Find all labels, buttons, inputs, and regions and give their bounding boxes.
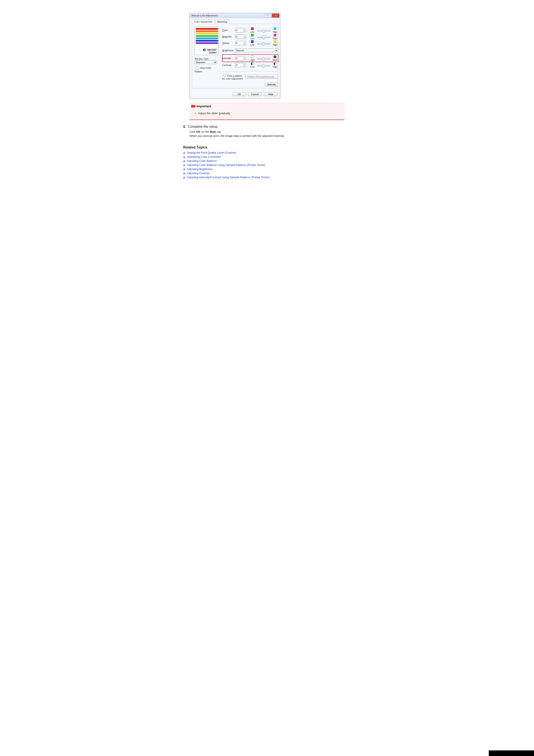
preview-text-2: 1234567 <box>196 51 217 54</box>
cyan-low-swatch <box>251 27 254 30</box>
contrast-spinner[interactable]: ▲▼ <box>243 63 246 67</box>
brightness-select[interactable]: Normal <box>235 49 278 52</box>
contrast-low-label: Low <box>249 66 256 68</box>
yellow-value[interactable] <box>235 41 243 45</box>
pattern-print-checkbox[interactable]: Print a pattern for color adjustment <box>222 73 245 80</box>
cancel-button[interactable]: Cancel <box>248 92 262 96</box>
magenta-label: Magenta: <box>222 35 235 38</box>
step-number: 4. <box>183 125 186 128</box>
intensity-slider[interactable] <box>257 57 270 60</box>
sample-type-label: Sample Type: <box>195 58 218 60</box>
magenta-low-swatch <box>251 34 254 37</box>
magenta-low-label: Low <box>249 37 256 40</box>
manual-color-adjustment-dialog: Manual Color Adjustment ? ✕ Color Adjust… <box>190 13 280 98</box>
contrast-label: Contrast: <box>222 64 235 67</box>
intensity-dark-icon <box>273 55 276 58</box>
yellow-slider[interactable] <box>257 41 270 44</box>
related-link[interactable]: Specifying Color Correction <box>183 155 344 158</box>
step-title: Complete the setup <box>188 125 218 128</box>
magenta-high-label: High <box>272 37 278 40</box>
important-item: Adjust the slider gradually. <box>198 112 343 115</box>
related-link[interactable]: Setting the Print Quality Level (Custom) <box>183 151 344 154</box>
step-4: 4. Complete the setup Click OK on the Ma… <box>183 125 344 138</box>
cyan-spinner[interactable]: ▲▼ <box>243 28 246 32</box>
related-link[interactable]: Adjusting Intensity/Contrast Using Sampl… <box>183 176 344 179</box>
intensity-high-label: Dark <box>272 59 278 61</box>
preview-text-1: ABCDEF <box>207 48 217 51</box>
cyan-value[interactable] <box>235 28 243 32</box>
view-color-pattern-checkbox[interactable]: View Color Pattern <box>195 67 211 73</box>
cyan-low-label: Low <box>249 31 256 33</box>
ok-button[interactable]: OK <box>232 92 246 96</box>
step-line-2: When you execute print, the image data i… <box>190 134 344 138</box>
step-line-1: Click OK on the Main tab. <box>190 130 344 134</box>
related-link[interactable]: Adjusting Brightness <box>183 168 344 171</box>
important-icon <box>191 104 195 108</box>
dialog-titlebar: Manual Color Adjustment ? ✕ <box>190 13 280 18</box>
contrast-high-label: High <box>272 66 278 68</box>
related-link[interactable]: Adjusting Contrast <box>183 172 344 175</box>
magenta-value[interactable] <box>235 35 243 39</box>
magenta-spinner[interactable]: ▲▼ <box>243 35 246 39</box>
yellow-spinner[interactable]: ▲▼ <box>243 41 246 45</box>
intensity-label: Intensity: <box>222 57 235 60</box>
cyan-high-label: High <box>272 31 278 33</box>
intensity-light-icon <box>251 55 254 58</box>
tab-color-adjustment[interactable]: Color Adjustment <box>192 20 215 24</box>
help-button[interactable]: Help <box>264 92 278 96</box>
important-heading: Important <box>196 104 211 108</box>
related-heading: Related Topics <box>183 146 344 149</box>
dialog-buttons: OK Cancel Help <box>190 91 280 98</box>
yellow-label: Yellow: <box>222 42 235 44</box>
magenta-slider[interactable] <box>257 35 270 38</box>
contrast-value[interactable] <box>235 63 243 67</box>
defaults-button[interactable]: Defaults <box>265 83 278 86</box>
important-note: Important Adjust the slider gradually. <box>190 103 344 120</box>
preview-image: ABCDEF 1234567 <box>195 27 218 55</box>
close-icon[interactable]: ✕ <box>272 14 279 17</box>
brightness-label: Brightness: <box>222 49 235 52</box>
cyan-slider[interactable] <box>257 29 270 32</box>
intensity-low-label: Light <box>249 59 256 61</box>
colorwheel-icon <box>203 48 206 51</box>
intensity-spinner[interactable]: ▲▼ <box>243 56 246 60</box>
dialog-title: Manual Color Adjustment <box>191 14 264 17</box>
related-link[interactable]: Adjusting Color Balance <box>183 159 344 162</box>
related-topics: Related Topics Setting the Print Quality… <box>183 146 344 179</box>
cyan-label: Cyan: <box>222 29 235 32</box>
yellow-low-label: Low <box>249 44 256 46</box>
yellow-high-swatch <box>274 40 276 43</box>
cyan-high-swatch <box>274 27 276 30</box>
tab-matching[interactable]: Matching <box>215 20 230 24</box>
contrast-slider[interactable] <box>257 64 270 67</box>
yellow-low-swatch <box>251 40 254 43</box>
yellow-high-label: High <box>272 44 278 46</box>
contrast-high-icon <box>273 62 276 65</box>
help-icon[interactable]: ? <box>264 14 271 17</box>
related-link[interactable]: Adjusting Color Balance Using Sample Pat… <box>183 163 344 167</box>
intensity-value[interactable] <box>235 56 243 60</box>
sample-type-select[interactable]: Standard <box>195 61 217 64</box>
contrast-low-icon <box>251 62 254 65</box>
pattern-print-preferences-button[interactable]: Pattern Print preferences... <box>245 75 278 79</box>
dialog-tabs: Color Adjustment Matching <box>192 19 278 24</box>
magenta-high-swatch <box>274 34 276 37</box>
